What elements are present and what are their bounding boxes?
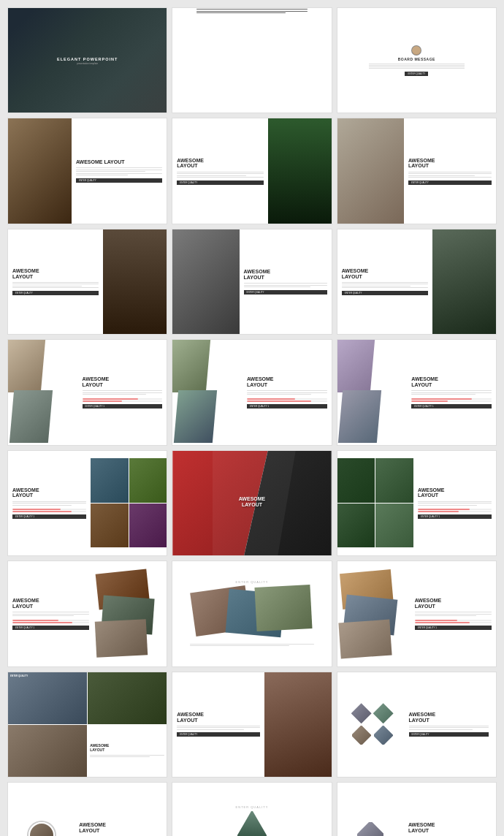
al-title-scatter1: AWESOMELAYOUT xyxy=(12,598,89,609)
board-btn[interactable]: ENTER QUALITY xyxy=(405,72,428,76)
slide-image-diag2 xyxy=(172,340,243,444)
al-title-diam-r: AWESOMELAYOUT xyxy=(408,822,492,833)
enter-quality-top2: ENTER QUALITY xyxy=(236,805,269,809)
al-btn-s3[interactable]: ENTER QUALITY 1 xyxy=(415,626,492,630)
slide-al-multi-graffiti[interactable]: AWESOMELAYOUT ENTER QUALITY 1 xyxy=(7,450,167,556)
al-btn-5[interactable]: ENTER QUALITY xyxy=(244,290,327,294)
slide-image-camera xyxy=(337,118,404,223)
slide-al-scatter-3[interactable]: AWESOMELAYOUT ENTER QUALITY 1 xyxy=(337,560,497,666)
page-container: ELEGANT POWERPOINT presentation template… xyxy=(7,7,497,836)
al-btn-4[interactable]: ENTER QUALITY xyxy=(12,291,99,295)
slide-scattered-center xyxy=(190,586,313,642)
slide-image-woman xyxy=(264,672,331,777)
awesome-layout-title: AWESOME LAYOUT xyxy=(76,159,162,165)
al-btn-diag3[interactable]: ENTER QUALITY 1 xyxy=(411,404,492,408)
slide-al-triangle-center[interactable]: ENTER QUALITY AWESOMELAYOUT ENTER QUALIT… xyxy=(172,782,332,836)
al-title-diamond: AWESOMELAYOUT xyxy=(409,712,489,723)
slides-grid: ELEGANT POWERPOINT presentation template… xyxy=(7,7,497,836)
triangle-image xyxy=(236,810,268,836)
enter-quality-btn[interactable]: ENTER QUALITY xyxy=(76,178,162,183)
slide-image-bicycle xyxy=(172,229,239,334)
board-lines xyxy=(369,63,464,69)
slide-al-scatter-1[interactable]: AWESOMELAYOUT ENTER QUALITY 1 xyxy=(7,560,167,666)
enter-quality-btn-2[interactable]: ENTER QUALITY xyxy=(177,180,263,185)
slide-al-img-left-mug[interactable]: AWESOME LAYOUT ENTER QUALITY xyxy=(7,118,167,224)
al-title-6: AWESOMELAYOUT xyxy=(342,268,428,279)
enter-quality-btn-3[interactable]: ENTER QUALITY xyxy=(408,180,492,185)
al-btn-pine[interactable]: ENTER QUALITY 1 xyxy=(418,514,492,519)
slide-al-diag-1[interactable]: AWESOMELAYOUT ENTER QUALITY 1 xyxy=(7,339,167,445)
slide-al-bicycle[interactable]: AWESOMELAYOUT ENTER QUALITY xyxy=(172,229,332,335)
slide-al-car[interactable]: AWESOMELAYOUT xyxy=(172,450,332,556)
al-btn-6[interactable]: ENTER QUALITY xyxy=(342,291,428,295)
slide-al-woman-triangle[interactable]: AWESOMELAYOUT ENTER QUALITY xyxy=(172,672,332,778)
avatar xyxy=(411,45,421,56)
board-title: BOARD MESSAGE xyxy=(398,57,435,61)
slide-quad-grid: ENTER QUALITY AWESOMELAYOUT xyxy=(8,672,167,777)
body-text-2 xyxy=(177,170,263,179)
diamond-images xyxy=(340,703,405,745)
slide-al-pine[interactable]: AWESOMELAYOUT ENTER QUALITY 1 xyxy=(337,450,497,556)
progress-bars-multi1 xyxy=(12,508,86,513)
progress-bars-3 xyxy=(411,398,492,403)
progress-bars-2 xyxy=(247,398,327,403)
slide-welcome[interactable]: WELCOME TO US xyxy=(172,7,332,113)
slide-elegant-powerpoint[interactable]: ELEGANT POWERPOINT presentation template xyxy=(7,7,167,113)
al-title-5: AWESOMELAYOUT xyxy=(244,269,327,280)
slide-al-diamond-right[interactable]: AWESOMELAYOUT ENTER QUALITY xyxy=(337,782,497,836)
slide-al-diag-3[interactable]: AWESOMELAYOUT ENTER QUALITY 1 xyxy=(337,339,497,445)
al-btn-diamond[interactable]: ENTER QUALITY xyxy=(409,732,489,737)
slide-al-diag-2[interactable]: AWESOMELAYOUT ENTER QUALITY 1 xyxy=(172,339,332,445)
slide-scattered-images-3 xyxy=(337,566,411,661)
body-text xyxy=(76,167,162,177)
slide-image-pine-grid xyxy=(337,458,413,547)
al-title-diag1: AWESOMELAYOUT xyxy=(83,376,163,387)
al-title-pine: AWESOMELAYOUT xyxy=(418,487,492,498)
al-title-circle: AWESOMELAYOUT xyxy=(79,822,162,833)
slide-al-row3-a[interactable]: AWESOMELAYOUT ENTER QUALITY xyxy=(7,229,167,335)
slide-al-forest-right[interactable]: AWESOMELAYOUT ENTER QUALITY xyxy=(337,229,497,335)
slide-image-diag3 xyxy=(337,340,408,444)
al-title-4: AWESOMELAYOUT xyxy=(12,268,99,279)
hero-title: ELEGANT POWERPOINT xyxy=(57,56,118,61)
slide-image-person-back xyxy=(103,229,167,334)
car-slide-text: AWESOMELAYOUT xyxy=(236,494,269,512)
slide-image-graffiti-grid xyxy=(91,458,167,547)
progress-bars-s1 xyxy=(12,619,89,624)
enter-quality-label-top: ENTER QUALITY xyxy=(236,580,269,584)
progress-bars-s3 xyxy=(415,619,492,624)
al-btn-woman[interactable]: ENTER QUALITY xyxy=(177,732,260,737)
al-title-diag2: AWESOMELAYOUT xyxy=(247,376,327,387)
al-btn-multi1[interactable]: ENTER QUALITY 1 xyxy=(12,514,86,519)
slide-image-forest-right xyxy=(432,229,496,334)
slide-al-diamonds[interactable]: AWESOMELAYOUT ENTER QUALITY xyxy=(337,672,497,778)
al-title-scatter3: AWESOMELAYOUT xyxy=(415,598,492,609)
al-btn-diag2[interactable]: ENTER QUALITY 1 xyxy=(247,404,327,408)
slide-al-text-left-forest[interactable]: AWESOMELAYOUT ENTER QUALITY xyxy=(172,118,332,224)
progress-bars xyxy=(83,398,163,403)
slide-board-message[interactable]: BOARD MESSAGE ENTER QUALITY xyxy=(337,7,497,113)
slide-image-forest xyxy=(268,118,332,223)
awesome-layout-title-2: AWESOMELAYOUT xyxy=(177,158,263,169)
diamond-image-single xyxy=(337,821,404,836)
slide-scattered-images-1 xyxy=(93,566,167,661)
slide-image-diag1 xyxy=(8,340,78,444)
slide-al-camera[interactable]: AWESOMELAYOUT ENTER QUALITY xyxy=(337,118,497,224)
al-btn-s1[interactable]: ENTER QUALITY 1 xyxy=(12,626,89,630)
slide-al-scatter-2[interactable]: ENTER QUALITY xyxy=(172,560,332,666)
circle-image xyxy=(8,822,75,836)
slide-al-circle-bear[interactable]: AWESOMELAYOUT ENTER QUALITY xyxy=(7,782,167,836)
al-title-woman: AWESOMELAYOUT xyxy=(177,712,260,723)
al-title-diag3: AWESOMELAYOUT xyxy=(411,376,492,387)
progress-bars-pine xyxy=(418,508,492,513)
al-title-multi1: AWESOMELAYOUT xyxy=(12,487,86,498)
slide-al-quad-split[interactable]: ENTER QUALITY AWESOMELAYOUT xyxy=(7,672,167,778)
awesome-layout-title-3: AWESOMELAYOUT xyxy=(408,158,492,169)
hero-subtitle: presentation template xyxy=(57,61,118,64)
body-text-3 xyxy=(408,170,492,179)
al-btn-diag1[interactable]: ENTER QUALITY 1 xyxy=(83,404,163,408)
slide-image-mug xyxy=(8,118,72,223)
